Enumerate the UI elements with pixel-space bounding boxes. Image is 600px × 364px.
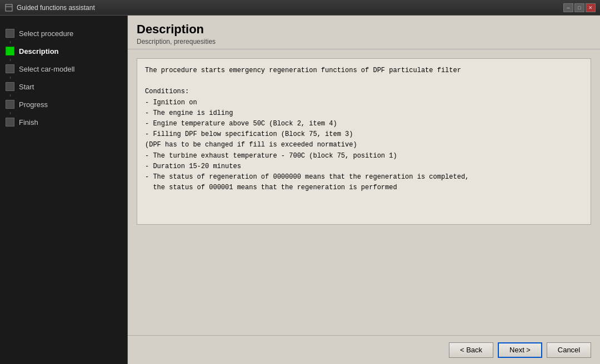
step-indicator-start: [6, 82, 14, 91]
sidebar-item-select-car-modell[interactable]: Select car-modell: [0, 61, 127, 77]
step-indicator-select-car-modell: [6, 64, 14, 73]
panel-body: The procedure starts emergency regenerat…: [128, 49, 600, 335]
next-button[interactable]: Next >: [498, 342, 542, 358]
sidebar-label-select-car-modell: Select car-modell: [19, 65, 74, 73]
step-indicator-select-procedure: [6, 29, 14, 38]
next-button-label: Next >: [509, 346, 531, 354]
sidebar-item-finish[interactable]: Finish: [0, 114, 127, 130]
app-icon: [4, 3, 13, 12]
cancel-button[interactable]: Cancel: [547, 342, 591, 358]
sidebar-label-select-procedure: Select procedure: [19, 29, 73, 38]
panel-subtitle: Description, prerequesities: [137, 38, 591, 46]
description-text-box: The procedure starts emergency regenerat…: [137, 58, 591, 225]
step-indicator-progress: [6, 100, 14, 109]
footer: < Back Next > Cancel: [128, 335, 600, 364]
panel-title: Description: [137, 22, 591, 37]
sidebar-label-start: Start: [19, 83, 34, 91]
step-indicator-description: [6, 47, 14, 55]
right-panel: Description Description, prerequesities …: [128, 16, 600, 364]
back-button[interactable]: < Back: [449, 342, 493, 358]
panel-header: Description Description, prerequesities: [128, 16, 600, 49]
sidebar-label-description: Description: [19, 47, 59, 55]
minimize-button[interactable]: –: [563, 3, 573, 12]
sidebar: Select procedure Description Select car-…: [0, 16, 128, 364]
sidebar-item-progress[interactable]: Progress: [0, 97, 127, 112]
sidebar-item-start[interactable]: Start: [0, 79, 127, 94]
sidebar-item-select-procedure[interactable]: Select procedure: [0, 26, 127, 41]
sidebar-tree: Select procedure Description Select car-…: [0, 21, 127, 134]
step-indicator-finish: [6, 118, 14, 127]
close-button[interactable]: ✕: [586, 3, 596, 12]
title-bar-text: Guided functions assistant: [17, 4, 563, 12]
main-content: Select procedure Description Select car-…: [0, 16, 600, 364]
title-bar-buttons: – □ ✕: [563, 3, 596, 12]
sidebar-label-progress: Progress: [19, 100, 48, 109]
maximize-button[interactable]: □: [574, 3, 584, 12]
sidebar-item-description[interactable]: Description: [0, 43, 127, 59]
svg-rect-0: [6, 4, 12, 11]
sidebar-label-finish: Finish: [19, 118, 38, 127]
title-bar: Guided functions assistant – □ ✕: [0, 0, 600, 16]
